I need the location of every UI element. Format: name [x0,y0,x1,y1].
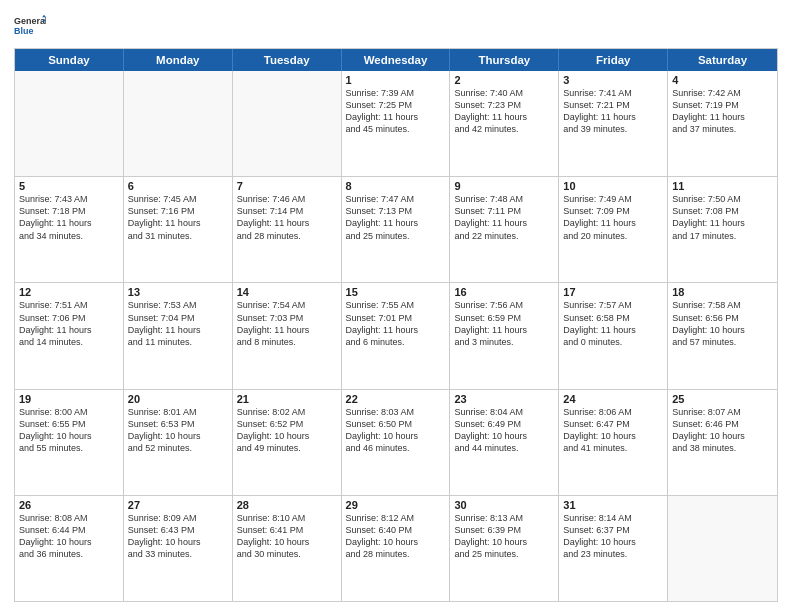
cal-cell: 21Sunrise: 8:02 AM Sunset: 6:52 PM Dayli… [233,390,342,495]
day-number: 30 [454,499,554,511]
day-info: Sunrise: 7:57 AM Sunset: 6:58 PM Dayligh… [563,299,663,348]
day-info: Sunrise: 7:48 AM Sunset: 7:11 PM Dayligh… [454,193,554,242]
day-number: 7 [237,180,337,192]
cal-cell: 7Sunrise: 7:46 AM Sunset: 7:14 PM Daylig… [233,177,342,282]
cal-cell [668,496,777,601]
day-number: 21 [237,393,337,405]
cal-week-2: 12Sunrise: 7:51 AM Sunset: 7:06 PM Dayli… [15,282,777,388]
day-info: Sunrise: 7:56 AM Sunset: 6:59 PM Dayligh… [454,299,554,348]
day-info: Sunrise: 8:13 AM Sunset: 6:39 PM Dayligh… [454,512,554,561]
day-info: Sunrise: 8:14 AM Sunset: 6:37 PM Dayligh… [563,512,663,561]
day-info: Sunrise: 7:40 AM Sunset: 7:23 PM Dayligh… [454,87,554,136]
cal-cell: 1Sunrise: 7:39 AM Sunset: 7:25 PM Daylig… [342,71,451,176]
day-number: 16 [454,286,554,298]
day-number: 26 [19,499,119,511]
cal-cell: 13Sunrise: 7:53 AM Sunset: 7:04 PM Dayli… [124,283,233,388]
day-number: 18 [672,286,773,298]
cal-cell [233,71,342,176]
day-info: Sunrise: 8:07 AM Sunset: 6:46 PM Dayligh… [672,406,773,455]
day-number: 4 [672,74,773,86]
day-number: 6 [128,180,228,192]
day-number: 5 [19,180,119,192]
cal-cell: 19Sunrise: 8:00 AM Sunset: 6:55 PM Dayli… [15,390,124,495]
cal-cell: 10Sunrise: 7:49 AM Sunset: 7:09 PM Dayli… [559,177,668,282]
day-number: 29 [346,499,446,511]
cal-cell: 28Sunrise: 8:10 AM Sunset: 6:41 PM Dayli… [233,496,342,601]
cal-cell: 2Sunrise: 7:40 AM Sunset: 7:23 PM Daylig… [450,71,559,176]
day-number: 17 [563,286,663,298]
day-number: 13 [128,286,228,298]
cal-header-saturday: Saturday [668,49,777,71]
cal-cell: 26Sunrise: 8:08 AM Sunset: 6:44 PM Dayli… [15,496,124,601]
cal-cell: 15Sunrise: 7:55 AM Sunset: 7:01 PM Dayli… [342,283,451,388]
cal-cell: 16Sunrise: 7:56 AM Sunset: 6:59 PM Dayli… [450,283,559,388]
day-number: 20 [128,393,228,405]
logo: General Blue [14,10,46,42]
cal-cell [124,71,233,176]
day-number: 31 [563,499,663,511]
cal-week-0: 1Sunrise: 7:39 AM Sunset: 7:25 PM Daylig… [15,71,777,176]
day-number: 10 [563,180,663,192]
day-info: Sunrise: 8:02 AM Sunset: 6:52 PM Dayligh… [237,406,337,455]
cal-cell: 6Sunrise: 7:45 AM Sunset: 7:16 PM Daylig… [124,177,233,282]
cal-cell: 17Sunrise: 7:57 AM Sunset: 6:58 PM Dayli… [559,283,668,388]
day-number: 27 [128,499,228,511]
day-info: Sunrise: 7:46 AM Sunset: 7:14 PM Dayligh… [237,193,337,242]
cal-cell: 14Sunrise: 7:54 AM Sunset: 7:03 PM Dayli… [233,283,342,388]
day-info: Sunrise: 7:43 AM Sunset: 7:18 PM Dayligh… [19,193,119,242]
cal-cell: 31Sunrise: 8:14 AM Sunset: 6:37 PM Dayli… [559,496,668,601]
day-info: Sunrise: 8:03 AM Sunset: 6:50 PM Dayligh… [346,406,446,455]
day-info: Sunrise: 7:51 AM Sunset: 7:06 PM Dayligh… [19,299,119,348]
cal-cell: 24Sunrise: 8:06 AM Sunset: 6:47 PM Dayli… [559,390,668,495]
cal-cell [15,71,124,176]
cal-header-thursday: Thursday [450,49,559,71]
day-number: 25 [672,393,773,405]
day-info: Sunrise: 7:39 AM Sunset: 7:25 PM Dayligh… [346,87,446,136]
cal-header-monday: Monday [124,49,233,71]
day-info: Sunrise: 7:45 AM Sunset: 7:16 PM Dayligh… [128,193,228,242]
cal-cell: 30Sunrise: 8:13 AM Sunset: 6:39 PM Dayli… [450,496,559,601]
page: General Blue SundayMondayTuesdayWednesda… [0,0,792,612]
cal-cell: 27Sunrise: 8:09 AM Sunset: 6:43 PM Dayli… [124,496,233,601]
cal-cell: 29Sunrise: 8:12 AM Sunset: 6:40 PM Dayli… [342,496,451,601]
day-info: Sunrise: 7:50 AM Sunset: 7:08 PM Dayligh… [672,193,773,242]
cal-header-sunday: Sunday [15,49,124,71]
cal-cell: 3Sunrise: 7:41 AM Sunset: 7:21 PM Daylig… [559,71,668,176]
cal-week-3: 19Sunrise: 8:00 AM Sunset: 6:55 PM Dayli… [15,389,777,495]
cal-cell: 18Sunrise: 7:58 AM Sunset: 6:56 PM Dayli… [668,283,777,388]
day-number: 28 [237,499,337,511]
day-number: 14 [237,286,337,298]
day-info: Sunrise: 7:53 AM Sunset: 7:04 PM Dayligh… [128,299,228,348]
day-number: 8 [346,180,446,192]
day-info: Sunrise: 7:55 AM Sunset: 7:01 PM Dayligh… [346,299,446,348]
day-info: Sunrise: 8:01 AM Sunset: 6:53 PM Dayligh… [128,406,228,455]
day-info: Sunrise: 8:09 AM Sunset: 6:43 PM Dayligh… [128,512,228,561]
day-info: Sunrise: 8:04 AM Sunset: 6:49 PM Dayligh… [454,406,554,455]
day-number: 3 [563,74,663,86]
day-info: Sunrise: 8:06 AM Sunset: 6:47 PM Dayligh… [563,406,663,455]
calendar: SundayMondayTuesdayWednesdayThursdayFrid… [14,48,778,602]
cal-cell: 22Sunrise: 8:03 AM Sunset: 6:50 PM Dayli… [342,390,451,495]
day-info: Sunrise: 7:47 AM Sunset: 7:13 PM Dayligh… [346,193,446,242]
day-info: Sunrise: 7:49 AM Sunset: 7:09 PM Dayligh… [563,193,663,242]
cal-cell: 8Sunrise: 7:47 AM Sunset: 7:13 PM Daylig… [342,177,451,282]
day-number: 19 [19,393,119,405]
logo-svg: General Blue [14,10,46,42]
day-number: 22 [346,393,446,405]
day-info: Sunrise: 8:08 AM Sunset: 6:44 PM Dayligh… [19,512,119,561]
day-number: 12 [19,286,119,298]
cal-week-1: 5Sunrise: 7:43 AM Sunset: 7:18 PM Daylig… [15,176,777,282]
cal-header-friday: Friday [559,49,668,71]
day-number: 1 [346,74,446,86]
cal-cell: 25Sunrise: 8:07 AM Sunset: 6:46 PM Dayli… [668,390,777,495]
day-info: Sunrise: 8:10 AM Sunset: 6:41 PM Dayligh… [237,512,337,561]
day-info: Sunrise: 8:12 AM Sunset: 6:40 PM Dayligh… [346,512,446,561]
day-number: 15 [346,286,446,298]
header: General Blue [14,10,778,42]
day-info: Sunrise: 7:58 AM Sunset: 6:56 PM Dayligh… [672,299,773,348]
cal-cell: 5Sunrise: 7:43 AM Sunset: 7:18 PM Daylig… [15,177,124,282]
svg-text:General: General [14,16,46,26]
cal-cell: 12Sunrise: 7:51 AM Sunset: 7:06 PM Dayli… [15,283,124,388]
day-number: 11 [672,180,773,192]
day-number: 2 [454,74,554,86]
